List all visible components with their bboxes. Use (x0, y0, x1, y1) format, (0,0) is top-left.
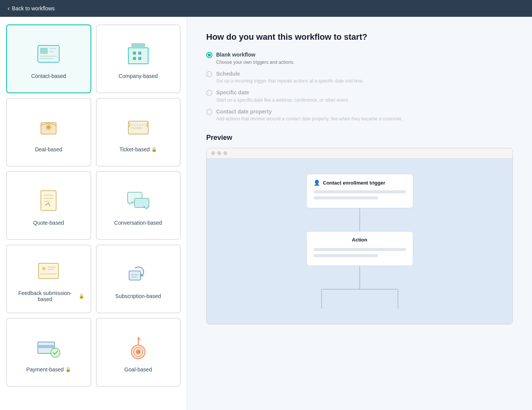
svg-point-38 (136, 350, 141, 354)
workflow-card-label-conversation-based: Conversation-based (114, 220, 162, 226)
back-arrow-icon: ‹ (8, 5, 10, 12)
workflow-type-list: Contact-based Company-based Deal-based T… (0, 17, 187, 410)
contact-based-icon (33, 39, 64, 69)
svg-rect-34 (38, 345, 55, 348)
option-title-specific_date: Specific date (216, 89, 349, 97)
svg-point-35 (51, 348, 60, 357)
svg-rect-1 (40, 48, 48, 54)
main-container: Contact-based Company-based Deal-based T… (0, 17, 532, 410)
svg-rect-9 (138, 52, 141, 55)
svg-rect-24 (39, 263, 58, 279)
svg-rect-5 (49, 51, 54, 52)
svg-rect-7 (131, 43, 145, 49)
feedback-based-icon (33, 256, 64, 286)
svg-rect-30 (129, 271, 141, 280)
option-title-schedule: Schedule (216, 70, 364, 78)
trigger-title: Contact enrollment trigger (323, 180, 385, 186)
quote-based-icon (33, 185, 64, 216)
start-options-list: Blank workflowChoose your own triggers a… (206, 51, 513, 122)
option-desc-specific_date: Start on a specific date like a webinar,… (216, 97, 349, 103)
svg-rect-4 (49, 48, 56, 49)
lock-icon: 🔒 (79, 293, 84, 299)
action-title: Action (314, 237, 406, 243)
workflow-card-company-based[interactable]: Company-based (96, 24, 181, 93)
preview-action-card: Action (306, 231, 413, 266)
conversation-based-icon (123, 185, 154, 216)
workflow-card-payment-based[interactable]: Payment-based🔒 (6, 318, 91, 387)
right-panel: How do you want this workflow to start? … (187, 17, 532, 410)
workflow-card-label-goal-based: Goal-based (125, 366, 152, 373)
workflow-card-label-payment-based: Payment-based🔒 (26, 366, 71, 373)
option-desc-schedule: Set up a recurring trigger that repeats … (216, 78, 364, 84)
preview-titlebar (207, 148, 513, 159)
back-link-label: Back to workflows (12, 5, 55, 11)
radio-schedule (206, 71, 212, 77)
trigger-placeholder-line-2 (314, 196, 378, 199)
goal-based-icon (123, 332, 154, 363)
workflow-card-label-feedback-based: Feedback submission-based🔒 (13, 290, 84, 302)
titlebar-dot-1 (211, 151, 215, 155)
svg-point-26 (43, 268, 45, 269)
preview-content: 👤 Contact enrollment trigger Action (207, 159, 513, 324)
option-item-blank[interactable]: Blank workflowChoose your own triggers a… (206, 51, 513, 65)
option-text-contact_date: Contact date propertyAdd actions that re… (216, 108, 403, 122)
option-desc-contact_date: Add actions that revolve around a contac… (216, 116, 403, 122)
action-placeholder-line-2 (314, 254, 378, 257)
lock-icon: 🔒 (65, 367, 71, 372)
svg-rect-6 (128, 48, 148, 64)
workflow-card-quote-based[interactable]: Quote-based (6, 171, 91, 240)
option-desc-blank: Choose your own triggers and actions. (216, 60, 294, 65)
connector-line-1 (359, 208, 360, 231)
preview-title: Preview (206, 134, 513, 142)
option-item-contact_date[interactable]: Contact date propertyAdd actions that re… (206, 108, 513, 122)
preview-trigger-card: 👤 Contact enrollment trigger (306, 174, 413, 208)
radio-specific_date (206, 90, 212, 96)
connector-line-2 (359, 266, 360, 289)
branch-left-line (321, 290, 322, 309)
workflow-card-label-contact-based: Contact-based (31, 73, 66, 79)
payment-based-icon (33, 332, 64, 363)
option-title-blank: Blank workflow (216, 51, 294, 59)
workflow-card-ticket-based[interactable]: Ticket-based🔒 (96, 98, 181, 167)
panel-title: How do you want this workflow to start? (206, 32, 513, 42)
workflow-card-label-quote-based: Quote-based (33, 220, 64, 226)
svg-rect-18 (41, 191, 56, 211)
titlebar-dot-2 (217, 151, 221, 155)
option-text-blank: Blank workflowChoose your own triggers a… (216, 51, 294, 65)
ticket-based-icon (123, 112, 154, 143)
company-based-icon (123, 39, 154, 69)
workflow-card-subscription-based[interactable]: Subscription-based (96, 245, 181, 313)
trigger-placeholder-line-1 (314, 190, 406, 193)
branch-right-line (398, 290, 398, 309)
option-item-specific_date[interactable]: Specific dateStart on a specific date li… (206, 89, 513, 103)
workflow-card-label-ticket-based: Ticket-based🔒 (119, 146, 157, 152)
subscription-based-icon (123, 259, 154, 289)
lock-icon: 🔒 (151, 147, 157, 152)
workflow-card-contact-based[interactable]: Contact-based (6, 24, 91, 93)
svg-rect-10 (133, 57, 136, 60)
workflow-card-label-subscription-based: Subscription-based (115, 293, 161, 299)
svg-point-14 (47, 126, 50, 129)
option-text-specific_date: Specific dateStart on a specific date li… (216, 89, 349, 103)
svg-rect-11 (138, 57, 141, 60)
preview-window: 👤 Contact enrollment trigger Action (206, 148, 513, 324)
option-title-contact_date: Contact date property (216, 108, 403, 116)
workflow-card-label-deal-based: Deal-based (35, 146, 62, 152)
option-item-schedule[interactable]: ScheduleSet up a recurring trigger that … (206, 70, 513, 84)
titlebar-dot-3 (223, 151, 227, 155)
svg-rect-15 (128, 121, 148, 134)
radio-blank[interactable] (206, 52, 212, 58)
workflow-card-goal-based[interactable]: Goal-based (96, 318, 181, 387)
workflow-card-feedback-based[interactable]: Feedback submission-based🔒 (6, 245, 91, 313)
option-text-schedule: ScheduleSet up a recurring trigger that … (216, 70, 364, 84)
deal-based-icon (33, 112, 64, 143)
workflow-card-label-company-based: Company-based (118, 73, 158, 79)
svg-rect-8 (133, 52, 136, 55)
back-to-workflows-link[interactable]: ‹ Back to workflows (8, 5, 55, 12)
workflow-card-conversation-based[interactable]: Conversation-based (96, 171, 181, 240)
radio-contact_date (206, 109, 212, 115)
trigger-header: 👤 Contact enrollment trigger (314, 180, 406, 186)
action-placeholder-line-1 (314, 248, 406, 251)
top-navigation: ‹ Back to workflows (0, 0, 532, 17)
workflow-card-deal-based[interactable]: Deal-based (6, 98, 91, 167)
